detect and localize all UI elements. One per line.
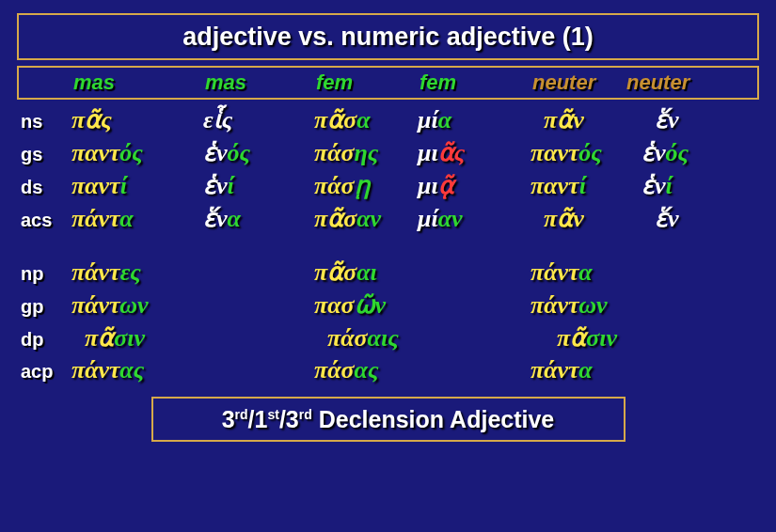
cell: ἑνί xyxy=(203,171,314,200)
cell: παντί xyxy=(71,172,203,200)
header-mas-1: mas xyxy=(73,70,205,95)
cell: ἕνα xyxy=(203,204,314,233)
cell: ἕν xyxy=(655,204,739,233)
row-label: np xyxy=(21,263,71,285)
cell: πάντα xyxy=(531,258,641,287)
cell: πάσαις xyxy=(327,324,431,352)
row-label: acs xyxy=(21,210,71,231)
cell: πᾶσα xyxy=(314,105,418,134)
cell: πάντες xyxy=(71,258,203,287)
declension-table: ns πᾶς εἷς πᾶσα μία πᾶν ἕν gs παντός ἑνό… xyxy=(17,100,759,389)
cell: παντός xyxy=(531,139,641,167)
row-acs: acs πάντα ἕνα πᾶσαν μίαν πᾶν ἕν xyxy=(21,204,759,237)
cell: πάντα xyxy=(531,356,641,384)
cell: παντός xyxy=(71,139,203,167)
cell: πάσῃ xyxy=(314,171,418,200)
cell: πάντων xyxy=(71,291,203,320)
cell: παντί xyxy=(531,172,641,200)
cell: πᾶσιν xyxy=(71,323,216,352)
cell: πάντα xyxy=(71,205,203,233)
row-label: gp xyxy=(21,296,71,318)
cell: ἑνός xyxy=(203,138,314,167)
row-ns: ns πᾶς εἷς πᾶσα μία πᾶν ἕν xyxy=(21,105,759,138)
cell: μίαν xyxy=(418,205,531,233)
header-fem-1: fem xyxy=(316,70,420,95)
cell: πᾶσαι xyxy=(314,258,418,287)
cell: πάντας xyxy=(71,356,203,384)
header-mas-2: mas xyxy=(205,70,316,95)
cell: ἕν xyxy=(655,105,739,134)
cell: εἷς xyxy=(203,105,314,134)
cell: μιᾷ xyxy=(418,171,531,200)
header-neuter-2: neuter xyxy=(626,70,711,95)
row-label: gs xyxy=(21,144,71,165)
cell: πάσας xyxy=(314,356,418,384)
row-acp: acp πάντας πάσας πάντα xyxy=(21,356,759,389)
cell: πᾶσιν xyxy=(544,323,668,352)
page-title: adjective vs. numeric adjective (1) xyxy=(182,23,594,52)
title-box: adjective vs. numeric adjective (1) xyxy=(17,13,759,60)
row-gp: gp πάντων πασῶν πάντων xyxy=(21,290,759,323)
cell: ἑνί xyxy=(641,171,726,200)
cell: μία xyxy=(418,106,531,134)
cell: πᾶσαν xyxy=(314,204,418,233)
cell: πάσης xyxy=(314,139,418,167)
slide: adjective vs. numeric adjective (1) mas … xyxy=(0,0,776,532)
row-np: np πάντες πᾶσαι πάντα xyxy=(21,258,759,290)
header-fem-2: fem xyxy=(420,70,532,95)
footer-box: 3rd/1st/3rd Declension Adjective xyxy=(151,397,626,442)
cell: πᾶν xyxy=(531,204,655,233)
cell: πᾶν xyxy=(531,105,655,134)
row-gs: gs παντός ἑνός πάσης μιᾶς παντός ἑνός xyxy=(21,138,759,171)
column-headers: mas mas fem fem neuter neuter xyxy=(17,66,759,100)
cell: πασῶν xyxy=(314,290,418,320)
row-label: ns xyxy=(21,111,71,133)
cell: πᾶς xyxy=(71,105,203,134)
cell: μιᾶς xyxy=(418,138,531,167)
cell: ἑνός xyxy=(641,138,726,167)
row-label: dp xyxy=(21,329,71,351)
row-label: acp xyxy=(21,361,71,383)
cell: πάντων xyxy=(531,291,641,320)
row-ds: ds παντί ἑνί πάσῃ μιᾷ παντί ἑνί xyxy=(21,171,759,204)
row-dp: dp πᾶσιν πάσαις πᾶσιν xyxy=(21,323,759,356)
header-neuter-1: neuter xyxy=(532,70,626,95)
footer-text: 3rd/1st/3rd Declension Adjective xyxy=(222,406,555,433)
row-label: ds xyxy=(21,177,71,198)
